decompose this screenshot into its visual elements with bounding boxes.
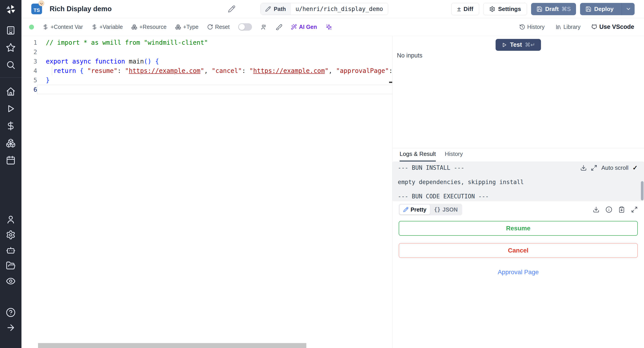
settings-button[interactable]: Settings <box>483 3 527 15</box>
test-shortcut: ⌘↵ <box>525 42 535 48</box>
resume-button[interactable]: Resume <box>399 221 638 236</box>
auto-scroll-label[interactable]: Auto scroll <box>601 164 628 171</box>
code-line[interactable]: 4 return { "resume": "https://example.co… <box>22 66 392 75</box>
code-line-content: // import * as wmill from "windmill-clie… <box>37 38 392 47</box>
variables-dollar-icon[interactable] <box>6 121 16 131</box>
path-pencil-icon <box>265 6 271 12</box>
line-number: 4 <box>22 67 37 74</box>
top-bar-actions: ± Diff Settings Draft ⌘S Deploy <box>451 3 634 15</box>
expand-sidebar-arrow-icon[interactable] <box>6 323 16 332</box>
ai-gen-label: AI Gen <box>299 24 317 30</box>
auto-scroll-checkmark[interactable]: ✓ <box>632 164 638 172</box>
resources-boxes-icon[interactable] <box>6 138 16 148</box>
home-icon[interactable] <box>6 86 16 96</box>
chevron-down-icon <box>626 6 631 12</box>
result-toolbar: Pretty {} JSON <box>392 201 644 218</box>
draft-button-label: Draft <box>545 6 559 12</box>
workspace-icon[interactable] <box>6 26 16 35</box>
result-body: Resume Cancel Approval Page <box>392 218 644 348</box>
library-button[interactable]: Library <box>556 24 580 30</box>
editor-horizontal-scrollbar[interactable] <box>38 343 306 348</box>
code-line-content: } <box>37 75 392 85</box>
add-type-button[interactable]: +Type <box>175 24 198 30</box>
diff-button[interactable]: ± Diff <box>451 3 480 15</box>
edit-title-pencil-icon[interactable] <box>228 5 236 13</box>
tab-history[interactable]: History <box>445 150 463 162</box>
multiplayer-users-icon[interactable] <box>260 24 267 30</box>
braces-icon: {} <box>434 206 440 213</box>
code-line[interactable]: 5} <box>22 75 392 85</box>
workers-robot-icon[interactable] <box>6 245 16 255</box>
settings-gear-icon[interactable] <box>6 230 16 240</box>
draft-shortcut: ⌘S <box>562 6 571 12</box>
users-icon[interactable] <box>6 214 16 224</box>
settings-gear-icon <box>489 6 495 12</box>
favorites-star-icon[interactable] <box>6 43 16 52</box>
approval-page-link[interactable]: Approval Page <box>399 268 638 276</box>
multiplayer-toggle[interactable] <box>238 23 252 31</box>
code-line[interactable]: 3export async function main() { <box>22 56 392 66</box>
log-line <box>398 186 639 193</box>
ai-sparkles-icon[interactable] <box>326 24 332 30</box>
deploy-main-segment[interactable]: Deploy <box>580 3 619 15</box>
library-icon <box>556 24 562 30</box>
result-action-icons <box>593 206 638 213</box>
download-logs-icon[interactable] <box>580 164 587 171</box>
reset-label: Reset <box>215 24 230 30</box>
download-result-icon[interactable] <box>593 206 600 213</box>
line-number: 3 <box>22 58 37 65</box>
emoji-badge <box>38 0 44 6</box>
audit-eye-icon[interactable] <box>6 276 16 286</box>
add-variable-button[interactable]: +Variable <box>92 24 123 30</box>
runs-play-icon[interactable] <box>6 104 16 114</box>
test-button[interactable]: Test ⌘↵ <box>496 39 541 51</box>
draft-button[interactable]: Draft ⌘S <box>531 3 576 15</box>
code-editor[interactable]: 1// import * as wmill from "windmill-cli… <box>22 36 392 348</box>
path-selector[interactable]: Path u/henri/rich_display_demo <box>260 3 388 15</box>
expand-result-icon[interactable] <box>631 206 638 213</box>
history-clock-icon <box>519 24 525 30</box>
cancel-button[interactable]: Cancel <box>399 243 638 258</box>
status-dot <box>29 24 34 30</box>
history-button[interactable]: History <box>519 24 545 30</box>
run-panel: Test ⌘↵ No inputs Logs & Result History … <box>392 36 644 348</box>
ai-gen-button[interactable]: AI Gen <box>291 24 317 30</box>
search-icon[interactable] <box>6 60 16 70</box>
history-label: History <box>527 24 545 30</box>
path-label-section: Path <box>261 3 290 15</box>
use-vscode-label: Use VScode <box>599 24 634 30</box>
typescript-badge: TS <box>31 4 42 14</box>
result-tabs: Logs & Result History <box>392 148 644 162</box>
expand-logs-icon[interactable] <box>591 164 597 171</box>
code-line-content: return { "resume": "https://example.com"… <box>37 66 392 75</box>
code-line[interactable]: 2 <box>22 47 392 56</box>
use-vscode-button[interactable]: Use VScode <box>591 24 634 30</box>
schedules-calendar-icon[interactable] <box>6 156 16 165</box>
add-context-var-button[interactable]: +Context Var <box>42 24 83 30</box>
diff-icon: ± <box>457 6 461 12</box>
line-number: 1 <box>22 39 37 46</box>
code-line[interactable]: 1// import * as wmill from "windmill-cli… <box>22 38 392 47</box>
help-icon[interactable] <box>6 308 16 317</box>
tab-logs-result[interactable]: Logs & Result <box>400 150 436 162</box>
view-json-button[interactable]: {} JSON <box>430 205 461 214</box>
folders-icon[interactable] <box>6 261 16 270</box>
package-icon <box>175 24 181 30</box>
reset-button[interactable]: Reset <box>207 24 230 30</box>
add-resource-button[interactable]: +Resource <box>131 24 166 30</box>
view-pretty-button[interactable]: Pretty <box>400 205 430 214</box>
code-line-content <box>37 47 392 56</box>
logs-panel[interactable]: --- BUN INSTALL ---empty dependencies, s… <box>392 162 644 201</box>
info-icon[interactable] <box>606 206 612 213</box>
windmill-logo-icon[interactable] <box>5 4 16 15</box>
logs-scrollbar-thumb[interactable] <box>641 181 644 200</box>
result-view-switch: Pretty {} JSON <box>399 204 462 216</box>
format-brush-icon[interactable] <box>276 24 282 30</box>
code-line[interactable]: 6 <box>22 85 392 94</box>
editor-toolbar: +Context Var +Variable +Resource +Type R… <box>22 18 644 36</box>
code-line-content <box>37 85 392 94</box>
deploy-dropdown-segment[interactable] <box>622 3 634 15</box>
deploy-button[interactable]: Deploy <box>580 3 634 15</box>
copy-clipboard-icon[interactable] <box>618 206 625 213</box>
view-pretty-label: Pretty <box>410 206 426 213</box>
